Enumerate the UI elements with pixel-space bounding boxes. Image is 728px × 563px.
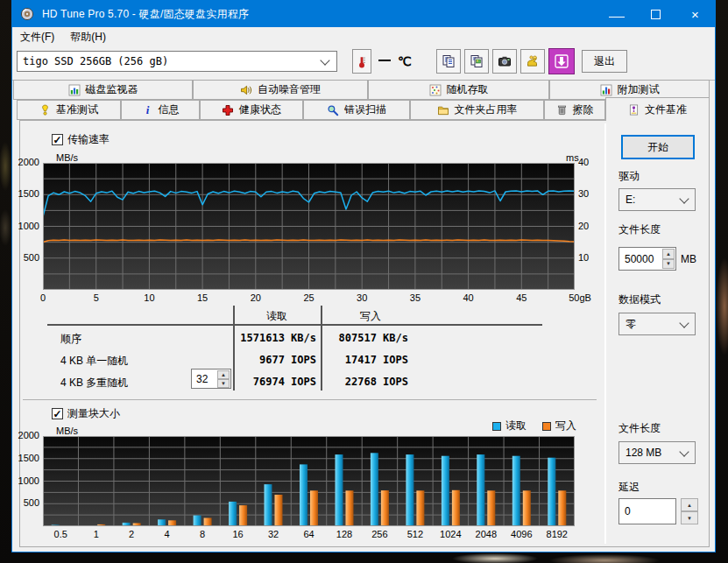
file-length2-combobox[interactable]: 128 MB (618, 441, 696, 464)
file-length-unit: MB (681, 253, 696, 265)
row-sequential-read: 1571613 KB/s (235, 332, 316, 344)
spin-up-icon[interactable]: ▲ (662, 249, 675, 259)
donate-button[interactable] (520, 49, 545, 74)
transfer-rate-chart (43, 163, 575, 290)
toolbar: tigo SSD 256GB (256 gB) ℃ (12, 46, 715, 81)
camera-icon (498, 54, 512, 68)
legend-write-label: 写入 (555, 419, 576, 433)
tab-folder-usage[interactable]: 文件夹占用率 (410, 100, 544, 120)
maximize-icon (651, 10, 661, 19)
table-divider (321, 306, 322, 391)
info-icon: i (142, 104, 153, 116)
row-4k-multi-label: 4 KB 多重随机 (60, 376, 128, 391)
copy-image-button[interactable] (464, 49, 489, 74)
row-4k-single-label: 4 KB 单一随机 (60, 354, 128, 369)
row-4k-single-read: 9677 IOPS (235, 354, 316, 366)
row-4k-single-write: 17417 IOPS (324, 354, 408, 366)
tab-benchmark[interactable]: 基准测试 (17, 100, 121, 120)
thermometer-icon (356, 54, 368, 69)
data-mode-value: 零 (626, 317, 636, 332)
tab-label: 擦除 (573, 102, 594, 117)
tab-info[interactable]: i 信息 (121, 100, 200, 120)
drive-label: 驱动 (618, 169, 640, 184)
row-4k-multi-read: 76974 IOPS (235, 376, 316, 388)
start-button[interactable]: 开始 (621, 135, 695, 159)
table-header-rule (47, 324, 542, 326)
chevron-down-icon (320, 55, 329, 65)
start-button-label: 开始 (647, 140, 668, 155)
hand-coins-icon (526, 54, 540, 68)
copy-text-button[interactable] (436, 49, 461, 74)
download-button[interactable] (548, 48, 575, 74)
block-size-checkbox[interactable]: ✓ 测量块大小 (52, 406, 120, 421)
spin-down-icon[interactable]: ▼ (662, 259, 675, 270)
delay-value: 0 (625, 505, 631, 517)
spin-up-icon[interactable]: ▲ (217, 370, 230, 379)
extra-tests-icon (600, 84, 612, 96)
data-mode-combobox[interactable]: 零 (618, 313, 696, 335)
menu-help[interactable]: 帮助(H) (62, 27, 114, 46)
spin-down-icon[interactable]: ▼ (217, 379, 230, 388)
chevron-down-icon (679, 318, 689, 327)
minimize-button[interactable] (597, 1, 636, 27)
queue-depth-spinner[interactable]: 32 ▲▼ (191, 369, 231, 389)
tab-health[interactable]: 健康状态 (200, 100, 303, 120)
transfer-rate-checkbox[interactable]: ✓ 传输速率 (52, 132, 110, 147)
block-size-label: 测量块大小 (67, 406, 120, 421)
row-4k-multi-write: 22768 IOPS (324, 376, 408, 388)
delay-input[interactable]: 0 (618, 498, 676, 524)
tab-label: 信息 (159, 102, 180, 117)
close-button[interactable]: × (675, 1, 715, 27)
file-length-label: 文件长度 (618, 222, 661, 237)
temperature-button[interactable] (352, 49, 371, 74)
magnifier-icon (327, 104, 339, 116)
file-length-spinner[interactable]: 50000 ▲▼ (618, 247, 676, 271)
row-sequential-label: 顺序 (60, 332, 81, 347)
maximize-button[interactable] (636, 1, 675, 27)
title-bar: HD Tune Pro 5.70 - 硬盘/固态硬盘实用程序 × (12, 1, 715, 27)
chart1-y-unit: MB/s (56, 152, 78, 163)
minimize-icon (609, 17, 625, 18)
delay-label: 延迟 (618, 480, 640, 495)
panel-separator (604, 123, 606, 544)
folder-icon (437, 104, 449, 116)
tab-label: 文件基准 (645, 102, 687, 117)
drive-select[interactable]: tigo SSD 256GB (256 gB) (17, 51, 337, 72)
file-length2-value: 128 MB (626, 447, 661, 459)
delay-spinner: ▲ ▼ (681, 498, 698, 524)
legend-read: 读取 (492, 419, 527, 433)
app-icon (20, 7, 34, 21)
spin-up-icon[interactable]: ▲ (681, 498, 698, 511)
drive-combobox-value: E: (626, 194, 635, 206)
tab-erase[interactable]: 擦除 (544, 100, 605, 120)
tab-label: 磁盘监视器 (86, 82, 138, 97)
menu-file[interactable]: 文件(F) (12, 27, 62, 46)
tab-label: 附加测试 (618, 82, 660, 97)
table-read-header: 读取 (233, 309, 321, 324)
tab-disk-monitor[interactable]: 磁盘监视器 (13, 80, 193, 100)
spin-down-icon[interactable]: ▼ (681, 511, 698, 524)
tab-auto-noise[interactable]: 自动噪音管理 (193, 80, 368, 100)
tab-error-scan[interactable]: 错误扫描 (303, 100, 410, 120)
health-cross-icon (222, 104, 234, 116)
transfer-rate-label: 传输速率 (67, 132, 110, 147)
benchmark-icon (39, 104, 51, 116)
queue-depth-value: 32 (196, 373, 208, 385)
checkbox-checked-icon: ✓ (52, 134, 63, 145)
drive-combobox[interactable]: E: (618, 188, 696, 211)
tab-label: 基准测试 (56, 102, 98, 117)
tab-random-access[interactable]: 随机存取 (368, 80, 549, 100)
tab-label: 自动噪音管理 (258, 82, 321, 97)
screenshot-button[interactable] (492, 49, 517, 74)
svg-text:i: i (145, 104, 149, 116)
chart1-y2-unit: ms (566, 152, 579, 163)
speaker-icon (240, 84, 252, 96)
exit-button-label: 退出 (594, 54, 615, 69)
file-length-value: 50000 (625, 253, 654, 265)
tab-file-benchmark[interactable]: 文件基准 (605, 97, 710, 121)
exit-button[interactable]: 退出 (582, 50, 627, 73)
tab-label: 文件夹占用率 (455, 102, 518, 117)
download-icon (554, 53, 569, 69)
app-window: HD Tune Pro 5.70 - 硬盘/固态硬盘实用程序 × 文件(F) 帮… (11, 0, 716, 552)
legend-write: 写入 (542, 419, 576, 433)
